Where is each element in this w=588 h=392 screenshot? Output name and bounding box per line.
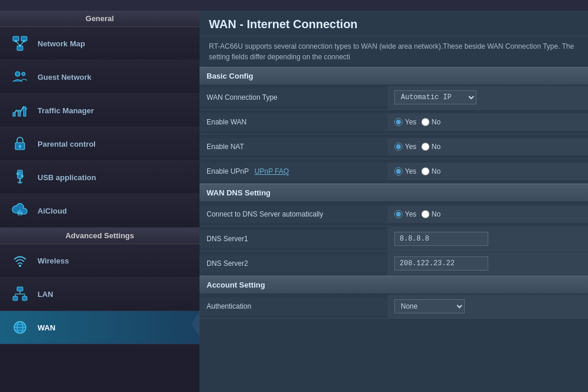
dns-server2-label: DNS Server2 [200,255,387,272]
authentication-value: None PAP CHAP MS-CHAP MS-CHAPv2 [387,295,588,318]
wireless-icon [9,250,31,271]
svg-point-6 [23,40,25,42]
enable-upnp-yes-radio[interactable] [394,167,403,175]
wan-connection-type-label: WAN Connection Type [200,89,387,106]
sidebar-label-usb-application: USB application [38,173,96,182]
dns-server1-value [387,227,588,251]
enable-nat-no-radio[interactable] [421,143,430,151]
enable-upnp-yes-text: Yes [405,167,417,175]
svg-point-20 [21,175,23,177]
sidebar-item-network-map[interactable]: Network Map [0,27,200,60]
enable-wan-radio-group: Yes No [394,118,441,126]
enable-wan-yes-label[interactable]: Yes [394,118,417,126]
wan-connection-type-row: WAN Connection Type Automatic IP PPPoE P… [200,85,588,110]
usb-application-icon [9,167,31,188]
enable-upnp-row: Enable UPnP UPnP FAQ Yes No [200,159,588,184]
sidebar-item-guest-network[interactable]: Guest Network [0,60,200,94]
svg-rect-11 [18,110,21,116]
connect-dns-yes-radio[interactable] [394,210,403,218]
dns-server2-input[interactable] [394,256,488,271]
enable-upnp-no-label[interactable]: No [421,167,441,175]
wan-dns-header: WAN DNS Setting [200,184,588,202]
page-description: RT-AC66U supports several connection typ… [200,36,588,67]
sidebar-label-aicloud: AiCloud [38,207,67,215]
top-bar [0,0,588,11]
sidebar-advanced-header: Advanced Settings [0,228,200,244]
dns-server1-label: DNS Server1 [200,230,387,248]
enable-upnp-no-radio[interactable] [421,167,430,175]
connect-dns-auto-value: Yes No [387,205,588,223]
dns-server2-row: DNS Server2 [200,251,588,276]
enable-wan-no-label[interactable]: No [421,118,441,126]
connect-dns-yes-text: Yes [405,210,417,218]
enable-upnp-text: Enable UPnP [207,167,249,175]
connect-dns-auto-row: Connect to DNS Server automatically Yes … [200,202,588,227]
enable-wan-yes-radio[interactable] [394,118,403,126]
enable-upnp-no-text: No [432,167,441,175]
connect-dns-yes-label[interactable]: Yes [394,210,417,218]
enable-wan-no-text: No [432,118,441,126]
sidebar-label-parental-control: Parental control [38,140,96,148]
connect-dns-no-radio[interactable] [421,210,430,218]
lan-icon [9,283,31,305]
account-setting-header: Account Setting [200,276,588,294]
svg-rect-12 [23,107,26,116]
svg-rect-27 [22,296,27,300]
authentication-select[interactable]: None PAP CHAP MS-CHAP MS-CHAPv2 [394,299,465,313]
enable-upnp-value: Yes No [387,163,588,180]
sidebar-item-usb-application[interactable]: USB application [0,161,200,194]
sidebar-label-wan: WAN [38,323,55,332]
svg-point-5 [15,40,17,42]
main-layout: General Network Map [0,11,588,392]
wan-connection-type-value: Automatic IP PPPoE PPTP L2TP Static IP [387,86,588,109]
page-title: WAN - Internet Connection [200,11,588,36]
sidebar-label-lan: LAN [38,290,53,299]
sidebar-item-traffic-manager[interactable]: Traffic Manager [0,94,200,127]
sidebar-label-network-map: Network Map [38,39,85,48]
enable-nat-no-text: No [432,143,441,151]
authentication-row: Authentication None PAP CHAP MS-CHAP MS-… [200,294,588,319]
wan-icon [9,317,31,338]
svg-rect-26 [13,296,18,300]
sidebar-label-traffic-manager: Traffic Manager [38,106,94,115]
enable-nat-yes-radio[interactable] [394,143,403,151]
svg-point-19 [16,173,19,175]
dns-server2-value [387,252,588,275]
basic-config-header: Basic Config [200,67,588,85]
guest-network-icon [9,66,31,87]
network-map-icon [9,33,31,54]
enable-wan-label: Enable WAN [200,113,387,131]
svg-point-8 [15,72,20,76]
enable-nat-no-label[interactable]: No [421,143,441,151]
upnp-faq-link[interactable]: UPnP FAQ [255,167,289,175]
sidebar-label-wireless: Wireless [38,256,69,265]
sidebar-item-aicloud[interactable]: AiCloud [0,194,200,228]
enable-nat-yes-text: Yes [405,143,417,151]
enable-upnp-radio-group: Yes No [394,167,441,175]
authentication-label: Authentication [200,298,387,315]
dns-server1-input[interactable] [394,232,488,246]
main-content-area: WAN - Internet Connection RT-AC66U suppo… [200,11,588,392]
svg-rect-10 [13,113,15,116]
enable-wan-no-radio[interactable] [421,118,430,126]
sidebar-item-parental-control[interactable]: Parental control [0,127,200,161]
connect-dns-auto-radio-group: Yes No [394,210,441,218]
enable-wan-value: Yes No [387,113,588,131]
enable-upnp-yes-label[interactable]: Yes [394,167,417,175]
enable-nat-row: Enable NAT Yes No [200,134,588,159]
sidebar-item-wireless[interactable]: Wireless [0,244,200,278]
svg-point-7 [19,45,21,47]
svg-point-9 [22,72,25,76]
sidebar-label-guest-network: Guest Network [38,73,92,82]
sidebar-item-wan[interactable]: WAN [0,311,200,344]
svg-point-14 [19,145,21,147]
sidebar-item-lan[interactable]: LAN [0,278,200,311]
sidebar: General Network Map [0,11,200,392]
svg-point-24 [19,265,21,267]
connect-dns-no-label[interactable]: No [421,210,441,218]
wan-connection-type-select[interactable]: Automatic IP PPPoE PPTP L2TP Static IP [394,90,477,104]
connect-dns-no-text: No [432,210,441,218]
aicloud-icon [9,200,31,221]
connect-dns-auto-label: Connect to DNS Server automatically [200,205,387,223]
enable-nat-yes-label[interactable]: Yes [394,143,417,151]
